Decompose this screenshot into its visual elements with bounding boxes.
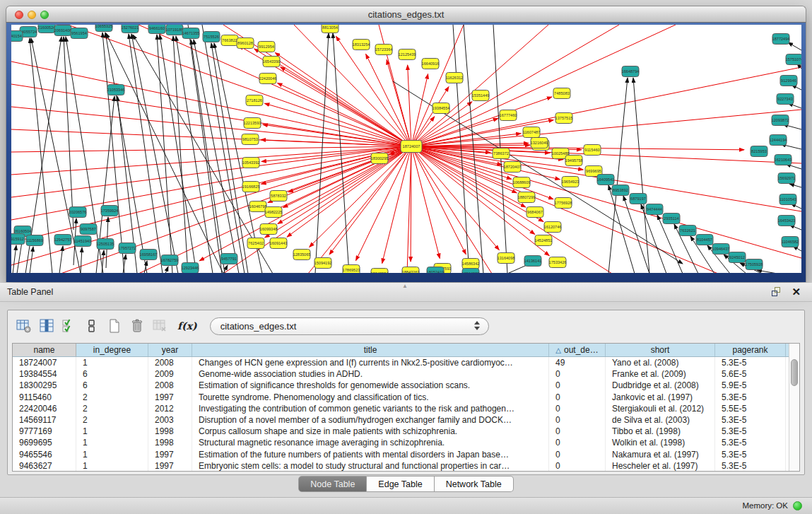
table-row[interactable]: 911546021997Tourette syndrome. Phenomeno… (13, 392, 789, 403)
graph-node[interactable]: 5878332 (270, 191, 287, 201)
graph-node[interactable]: 11626312 (446, 73, 463, 83)
graph-node[interactable]: 12835065 (293, 250, 311, 260)
graph-node[interactable]: 19384554 (433, 103, 450, 114)
graph-node[interactable]: 15094192 (314, 258, 332, 269)
graph-node[interactable]: 20206576 (69, 207, 87, 218)
graph-node[interactable]: 9810753 (242, 134, 259, 145)
graph-node[interactable]: 9097587 (80, 224, 97, 235)
graph-node[interactable]: 17869523 (343, 265, 360, 274)
graph-node[interactable]: 18313254 (353, 40, 370, 50)
function-builder-icon[interactable]: f(x) (177, 320, 197, 332)
graph-node[interactable]: 16099348 (260, 224, 278, 235)
column-header-name[interactable]: name (13, 344, 76, 356)
graph-node[interactable]: 13216049 (531, 138, 548, 148)
graph-node[interactable]: 8813054 (322, 25, 339, 33)
graph-node[interactable]: 9466160 (148, 25, 165, 34)
graph-node[interactable]: 16648794 (622, 66, 640, 77)
graph-node[interactable]: 14982225 (265, 207, 283, 218)
table-row[interactable]: 1872400712008Changes of HCN gene express… (13, 357, 789, 368)
column-header-out-degree[interactable]: △out_de… (549, 344, 606, 356)
graph-node[interactable]: 9912954 (258, 42, 275, 52)
graph-node[interactable]: 16453423 (778, 216, 796, 226)
graph-node[interactable]: 10688609 (513, 177, 531, 188)
graph-node[interactable]: 13757515 (555, 113, 573, 124)
graph-node[interactable]: 8104457 (696, 235, 713, 245)
new-table-icon[interactable] (105, 317, 124, 335)
graph-node[interactable]: 17505928 (746, 259, 763, 270)
scrollbar-thumb[interactable] (791, 359, 798, 386)
graph-node[interactable]: 15351449 (472, 90, 490, 101)
graph-node[interactable]: 11451943 (74, 236, 91, 247)
graph-node[interactable]: 7663822 (221, 35, 238, 46)
close-panel-icon[interactable]: ✕ (792, 286, 801, 298)
table-row[interactable]: 1830029562008Estimation of significance … (13, 380, 789, 391)
graph-node[interactable]: 20691406 (54, 25, 72, 36)
graph-node[interactable]: 13164098 (498, 253, 515, 264)
graph-node[interactable]: 15242954 (371, 269, 389, 274)
graph-node[interactable]: 9474444 (646, 204, 663, 215)
network-canvas[interactable]: 7663822896012899129541654339022420046271… (11, 25, 801, 273)
graph-node[interactable]: 9561954 (71, 28, 88, 39)
graph-node[interactable]: 17756928 (555, 198, 572, 209)
graph-node[interactable]: 8953892 (612, 185, 629, 196)
graph-node[interactable]: 18052419 (427, 267, 445, 274)
graph-node[interactable]: 21600524 (38, 25, 56, 33)
graph-node[interactable]: 8440154 (11, 31, 23, 42)
graph-node[interactable]: 14586342 (462, 259, 480, 269)
column-header-title[interactable]: title (192, 344, 549, 356)
graph-node[interactable]: 7625402 (247, 238, 264, 249)
graph-node[interactable]: 18843263 (402, 267, 420, 274)
graph-node[interactable]: 12505135 (97, 239, 114, 250)
graph-node[interactable]: 7632621 (679, 226, 696, 236)
graph-node[interactable]: 17359924 (101, 206, 119, 216)
graph-node[interactable]: 9227343 (777, 94, 794, 105)
table-row[interactable]: 1456911722003Disruption of a novel membe… (13, 414, 789, 426)
row-height-icon[interactable] (83, 317, 101, 335)
graph-node[interactable]: 10719185 (166, 25, 184, 35)
tab-edge-table[interactable]: Edge Table (367, 476, 434, 492)
graph-node[interactable]: 18772494 (772, 34, 790, 45)
graph-node[interactable]: 10543392 (242, 158, 260, 168)
tab-network-table[interactable]: Network Table (435, 476, 514, 492)
graph-node[interactable]: 12444194 (770, 135, 787, 146)
memory-ok-indicator[interactable] (793, 501, 802, 510)
graph-node[interactable]: 16782759 (161, 255, 179, 266)
graph-node[interactable]: 19166825 (242, 182, 260, 192)
panel-resize-grip[interactable]: ▲ (400, 284, 410, 288)
graph-node[interactable]: 3915912 (11, 234, 25, 245)
graph-node[interactable]: 18720407 (504, 162, 522, 173)
graph-node[interactable]: 2718126 (246, 95, 263, 106)
table-row[interactable]: 1938455462009Genome-wide association stu… (13, 368, 789, 380)
graph-node[interactable]: 11607487 (523, 127, 540, 138)
graph-node[interactable]: 12093872 (772, 115, 789, 126)
graph-node[interactable]: 8960128 (237, 38, 254, 49)
table-row[interactable]: 969969511998Structural magnetic resonanc… (13, 437, 789, 448)
graph-node[interactable]: 12213593 (244, 118, 261, 129)
graph-node[interactable]: 15751074 (786, 54, 801, 65)
table-row[interactable]: 946554611997Estimation of the future num… (13, 449, 789, 460)
graph-node[interactable]: 18724007 (401, 141, 422, 153)
graph-node[interactable]: 15692971 (778, 173, 796, 184)
graph-node[interactable]: 16210643 (775, 155, 792, 165)
graph-node[interactable]: 16409541 (597, 175, 615, 185)
graph-node[interactable]: 10655325 (95, 25, 113, 32)
graph-node[interactable]: 9115460 (584, 145, 601, 156)
graph-node[interactable]: 9457791 (220, 254, 237, 264)
graph-node[interactable]: 12125439 (399, 49, 416, 60)
graph-node[interactable]: 10946437 (712, 244, 730, 255)
graph-node[interactable]: 9129946 (780, 76, 797, 86)
graph-node[interactable]: 2935114 (663, 214, 680, 224)
graph-node[interactable]: 18300295 (371, 153, 389, 164)
delete-table-icon[interactable] (128, 317, 146, 335)
graph-node[interactable]: 22420046 (259, 74, 277, 84)
graph-node[interactable]: 16958167 (140, 250, 158, 260)
graph-node[interactable]: 9684067 (526, 207, 543, 218)
graph-node[interactable]: 19654923 (562, 177, 579, 187)
column-header-short[interactable]: short (606, 344, 715, 356)
graph-node[interactable]: 16543390 (263, 57, 281, 67)
graph-node[interactable]: 14671355 (182, 28, 200, 39)
graph-node[interactable]: 17533426 (549, 257, 567, 268)
table-row[interactable]: 946362711997Embryonic stem cells: a mode… (13, 460, 789, 471)
graph-node[interactable]: 11046582 (782, 237, 799, 247)
graph-node[interactable]: 15276021 (122, 25, 139, 33)
